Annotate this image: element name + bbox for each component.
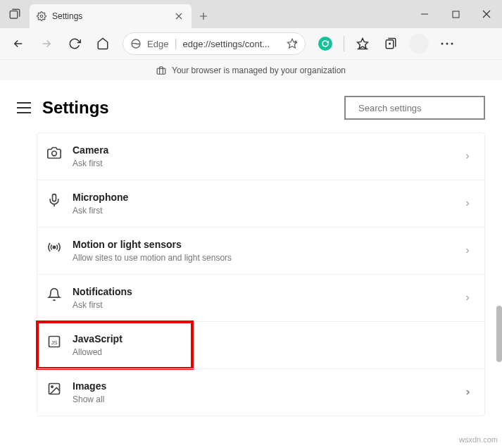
avatar-icon	[409, 34, 429, 54]
collections-button[interactable]	[378, 31, 403, 56]
svg-point-1	[40, 15, 43, 18]
favorites-icon	[356, 37, 369, 50]
favorite-star-icon[interactable]: +	[287, 38, 298, 49]
address-scheme: Edge	[147, 39, 168, 49]
arrow-left-icon	[12, 37, 25, 50]
minimize-icon	[420, 10, 429, 18]
chevron-right-icon	[463, 388, 472, 397]
svg-point-16	[53, 246, 55, 248]
scrollbar-thumb[interactable]	[496, 306, 502, 362]
row-title: JavaScript	[73, 333, 180, 344]
refresh-icon	[68, 37, 81, 50]
row-title: Microphone	[73, 192, 463, 203]
grammarly-icon	[318, 37, 332, 51]
arrow-right-icon	[40, 37, 53, 50]
tab-close-button[interactable]	[173, 11, 184, 22]
new-tab-button[interactable]	[192, 4, 215, 28]
page-title: Settings	[42, 98, 333, 118]
svg-rect-15	[53, 194, 56, 201]
collections-icon	[384, 37, 397, 50]
row-subtitle: Ask first	[73, 300, 463, 310]
watermark: wsxdn.com	[459, 435, 498, 444]
address-bar[interactable]: Edge | edge://settings/cont... +	[123, 32, 306, 55]
camera-icon	[47, 146, 61, 160]
browser-toolbar: Edge | edge://settings/cont... +	[0, 28, 502, 59]
row-title: Images	[73, 380, 463, 392]
chevron-right-icon	[463, 294, 472, 302]
row-subtitle: Ask first	[73, 206, 463, 216]
forward-button[interactable]	[34, 31, 59, 56]
permission-row-camera[interactable]: CameraAsk first	[37, 133, 484, 180]
settings-content: Settings CameraAsk first MicrophoneAsk f…	[0, 80, 502, 448]
maximize-button[interactable]	[440, 0, 471, 28]
image-icon	[47, 382, 61, 396]
svg-marker-6	[358, 39, 368, 49]
organization-banner: Your browser is managed by your organiza…	[0, 59, 502, 80]
home-button[interactable]	[90, 31, 115, 56]
svg-rect-12	[157, 68, 165, 74]
chevron-right-icon	[463, 247, 472, 255]
menu-button[interactable]	[434, 31, 460, 56]
svg-text:JS: JS	[51, 340, 58, 346]
svg-point-14	[52, 151, 57, 156]
bell-icon	[47, 287, 61, 301]
svg-point-20	[51, 386, 54, 388]
plus-icon	[199, 12, 208, 20]
window-titlebar: Settings	[0, 0, 502, 28]
chevron-right-icon	[463, 152, 472, 161]
grammarly-extension[interactable]	[313, 31, 338, 56]
permission-row-motion-sensors[interactable]: Motion or light sensorsAllow sites to us…	[37, 228, 484, 275]
sensor-icon	[47, 240, 61, 254]
settings-menu-button[interactable]	[17, 102, 31, 113]
row-subtitle: Allow sites to use motion and light sens…	[73, 253, 463, 263]
svg-point-10	[446, 43, 448, 45]
permission-row-images[interactable]: ImagesShow all	[37, 368, 484, 416]
row-subtitle: Allowed	[73, 347, 180, 357]
tab-actions-button[interactable]	[0, 0, 30, 28]
more-icon	[441, 42, 453, 45]
svg-text:+: +	[294, 39, 296, 44]
refresh-button[interactable]	[62, 31, 87, 56]
row-title: Motion or light sensors	[73, 239, 463, 250]
chevron-right-icon	[463, 199, 472, 208]
favorites-button[interactable]	[350, 31, 375, 56]
close-icon	[482, 10, 491, 18]
minimize-button[interactable]	[409, 0, 440, 28]
permission-row-notifications[interactable]: NotificationsAsk first	[37, 275, 484, 322]
briefcase-icon	[156, 66, 166, 75]
search-input[interactable]	[358, 103, 477, 113]
maximize-icon	[452, 11, 460, 18]
edge-logo-icon	[130, 38, 142, 49]
permissions-list: CameraAsk first MicrophoneAsk first Moti…	[0, 132, 502, 416]
row-title: Camera	[73, 144, 463, 156]
search-settings-box[interactable]	[344, 96, 485, 120]
home-icon	[96, 37, 109, 50]
toolbar-separator	[344, 36, 344, 51]
svg-point-9	[441, 43, 444, 45]
svg-rect-2	[453, 11, 459, 18]
address-separator: |	[174, 37, 177, 50]
javascript-icon: JS	[47, 335, 61, 349]
row-subtitle: Show all	[73, 394, 463, 404]
permission-row-javascript[interactable]: JS JavaScriptAllowed	[37, 322, 192, 368]
svg-point-11	[451, 43, 453, 45]
close-window-button[interactable]	[471, 0, 502, 28]
profile-button[interactable]	[406, 31, 432, 56]
microphone-icon	[47, 193, 61, 207]
svg-rect-0	[10, 11, 18, 19]
permission-row-microphone[interactable]: MicrophoneAsk first	[37, 180, 484, 228]
organization-message: Your browser is managed by your organiza…	[172, 66, 346, 75]
close-icon	[175, 13, 182, 20]
gear-icon	[37, 11, 46, 21]
row-subtitle: Ask first	[73, 158, 463, 168]
address-text: edge://settings/cont...	[183, 39, 281, 49]
browser-tab[interactable]: Settings	[30, 4, 192, 28]
window-controls	[409, 0, 502, 28]
tabs-icon	[8, 8, 21, 20]
row-title: Notifications	[73, 286, 463, 297]
back-button[interactable]	[6, 31, 31, 56]
settings-header: Settings	[0, 80, 502, 132]
tab-title: Settings	[52, 11, 168, 21]
